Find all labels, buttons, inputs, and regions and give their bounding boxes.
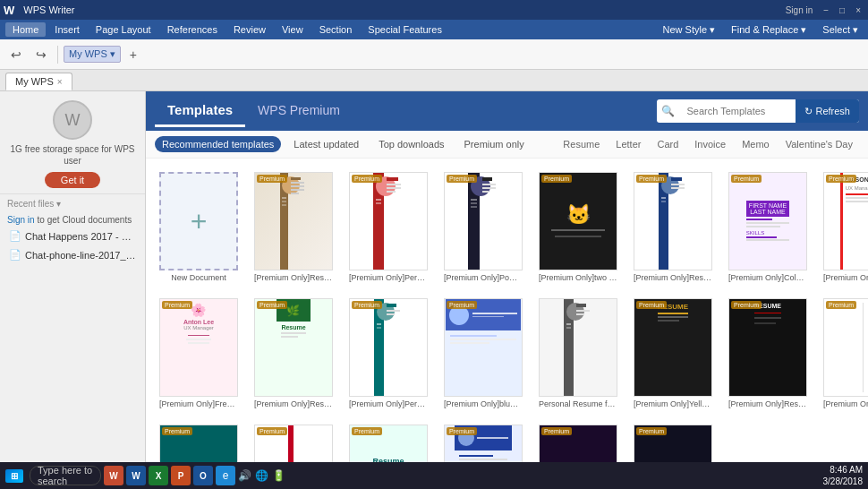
- redo-btn[interactable]: ↪: [30, 45, 52, 64]
- premium-badge-22: Premium: [541, 427, 572, 435]
- filter-top[interactable]: Top downloads: [371, 136, 451, 152]
- clock-date: 3/28/2018: [823, 476, 864, 487]
- tab-mywps[interactable]: My WPS ×: [5, 73, 72, 90]
- recent-item-2[interactable]: 📄 Chat-phone-line-2017_vp_rb.docx: [0, 245, 145, 264]
- template-card-13[interactable]: Personal Resume for jobs: [534, 294, 622, 413]
- taskbar-outlook[interactable]: O: [193, 466, 213, 485]
- templates-grid-wrapper: + New Document Premium: [146, 159, 868, 462]
- add-tab-btn[interactable]: +: [124, 45, 142, 64]
- type-memo[interactable]: Memo: [736, 136, 776, 152]
- menu-section[interactable]: Section: [312, 22, 360, 37]
- template-thumb-6: Premium FIRST NAMELAST NAME SKILLS: [728, 172, 807, 270]
- premium-badge-21: Premium: [447, 427, 477, 435]
- filter-premium[interactable]: Premium only: [457, 136, 532, 152]
- template-card-16[interactable]: Premium: [819, 294, 868, 413]
- template-card-19[interactable]: Premium [Premium Only]: [250, 420, 337, 462]
- tray-network[interactable]: 🌐: [255, 469, 268, 482]
- type-filter-group: Resume Letter Card Invoice Memo Valentin…: [557, 136, 859, 152]
- type-resume[interactable]: Resume: [557, 136, 606, 152]
- premium-badge-20: Premium: [352, 427, 382, 435]
- premium-badge-4: Premium: [541, 175, 572, 183]
- template-label-15: [Premium Only]Resume: [728, 399, 807, 408]
- menu-special[interactable]: Special Features: [361, 22, 449, 37]
- template-label-3: [Premium Only]Powerful Re...: [444, 273, 523, 282]
- template-card-11[interactable]: Premium: [345, 294, 432, 413]
- template-card-22[interactable]: Premium [Premium Only]: [534, 420, 622, 462]
- tray-battery[interactable]: 🔋: [272, 469, 285, 482]
- refresh-icon: ↻: [804, 106, 813, 117]
- template-card-23[interactable]: Premium [Premium Only]: [629, 420, 717, 462]
- template-card-5[interactable]: Premium: [629, 167, 717, 287]
- taskbar-search[interactable]: Type here to search: [30, 466, 101, 485]
- tab-wps-premium[interactable]: WPS Premium: [245, 96, 353, 127]
- template-thumb-18: Premium: [159, 425, 238, 462]
- menu-home[interactable]: Home: [5, 22, 46, 37]
- mywps-btn[interactable]: My WPS ▾: [64, 46, 121, 63]
- template-card-12[interactable]: Premium: [439, 294, 527, 413]
- recent-item-icon: 📄: [9, 230, 21, 242]
- refresh-button[interactable]: ↻ Refresh: [796, 99, 859, 123]
- template-card-15[interactable]: Premium RESUME [Premium Only]Resume: [724, 294, 812, 413]
- close-button[interactable]: ×: [852, 4, 864, 16]
- type-letter[interactable]: Letter: [609, 136, 647, 152]
- menu-pagelayout[interactable]: Page Layout: [89, 22, 158, 37]
- template-card-14[interactable]: Premium RESUME [Premium Only]Yellow and.…: [629, 294, 717, 413]
- recent-item-1[interactable]: 📄 Chat Happens 2017 - updates.io: [0, 227, 145, 245]
- taskbar-ppt[interactable]: P: [171, 466, 191, 485]
- menu-review[interactable]: Review: [226, 22, 273, 37]
- taskbar-word[interactable]: W: [126, 466, 146, 485]
- premium-badge-23: Premium: [636, 427, 667, 435]
- premium-badge-16: Premium: [826, 301, 856, 309]
- taskbar-wps[interactable]: W: [104, 466, 123, 485]
- new-style-btn[interactable]: New Style ▾: [659, 22, 720, 38]
- menu-references[interactable]: References: [160, 22, 225, 37]
- template-thumb-2: Premium: [349, 172, 428, 270]
- menu-insert[interactable]: Insert: [47, 22, 87, 37]
- premium-badge-9: Premium: [162, 301, 192, 309]
- template-card-9[interactable]: Premium 🌸 Anton Lee UX Manager [Premium …: [155, 294, 243, 413]
- template-label-16: [Premium Only]useful resum...: [823, 399, 868, 408]
- type-card[interactable]: Card: [651, 136, 685, 152]
- signin-row: Sign in to get Cloud documents: [0, 211, 145, 227]
- type-valentine[interactable]: Valentine's Day: [779, 136, 859, 152]
- minimize-button[interactable]: −: [820, 4, 832, 16]
- undo-btn[interactable]: ↩: [5, 45, 27, 64]
- templates-grid: + New Document Premium: [155, 167, 859, 462]
- template-card-3[interactable]: Premium: [439, 167, 527, 287]
- tab-templates[interactable]: Templates: [155, 95, 245, 127]
- template-card-18[interactable]: Premium [Premium Only]: [155, 420, 243, 462]
- template-card-6[interactable]: Premium FIRST NAMELAST NAME SKILLS [Prem…: [724, 167, 812, 287]
- template-card-1[interactable]: Premium: [250, 167, 337, 287]
- menu-bar: Home Insert Page Layout References Revie…: [0, 20, 868, 39]
- template-card-21[interactable]: Premium [Premium Only]: [439, 420, 527, 462]
- start-button[interactable]: ⊞: [5, 469, 23, 483]
- template-card-20[interactable]: Premium Resume 🦋 [Premium Only]: [345, 420, 432, 462]
- signin-link[interactable]: Sign in: [7, 215, 35, 225]
- template-card-7[interactable]: Premium MASON LEE UX Manager: [819, 167, 868, 287]
- filter-recommended[interactable]: Recommended templates: [155, 136, 281, 152]
- filter-latest[interactable]: Latest updated: [286, 136, 366, 152]
- taskbar-excel[interactable]: X: [149, 466, 168, 485]
- find-replace-btn[interactable]: Find & Replace ▾: [727, 22, 811, 38]
- filter-bar: Recommended templates Latest updated Top…: [146, 131, 868, 159]
- template-thumb-16: Premium: [823, 298, 868, 397]
- recent-item-label-2: Chat-phone-line-2017_vp_rb.docx: [25, 250, 136, 261]
- taskbar-edge[interactable]: e: [216, 466, 235, 485]
- select-btn[interactable]: Select ▾: [818, 22, 863, 38]
- avatar-initial: W: [65, 111, 81, 130]
- tray-sound[interactable]: 🔊: [238, 469, 251, 482]
- signin-button[interactable]: Sign in: [782, 4, 817, 16]
- menu-view[interactable]: View: [275, 22, 311, 37]
- type-invoice[interactable]: Invoice: [688, 136, 732, 152]
- template-card-10[interactable]: Premium 🌿 Resume [Premium Only]Resume wi…: [250, 294, 337, 413]
- tab-close-btn[interactable]: ×: [57, 77, 63, 87]
- new-doc-card[interactable]: + New Document: [155, 167, 243, 287]
- premium-badge-10: Premium: [257, 301, 287, 309]
- template-card-2[interactable]: Premium: [345, 167, 432, 287]
- maximize-button[interactable]: □: [836, 4, 848, 16]
- template-thumb-21: Premium: [444, 425, 523, 462]
- search-input[interactable]: [679, 104, 796, 118]
- template-card-4[interactable]: Premium 🐱 [Premium Only]two cats let...: [534, 167, 622, 287]
- get-it-button[interactable]: Get it: [45, 172, 100, 188]
- app-icon: W: [4, 4, 14, 17]
